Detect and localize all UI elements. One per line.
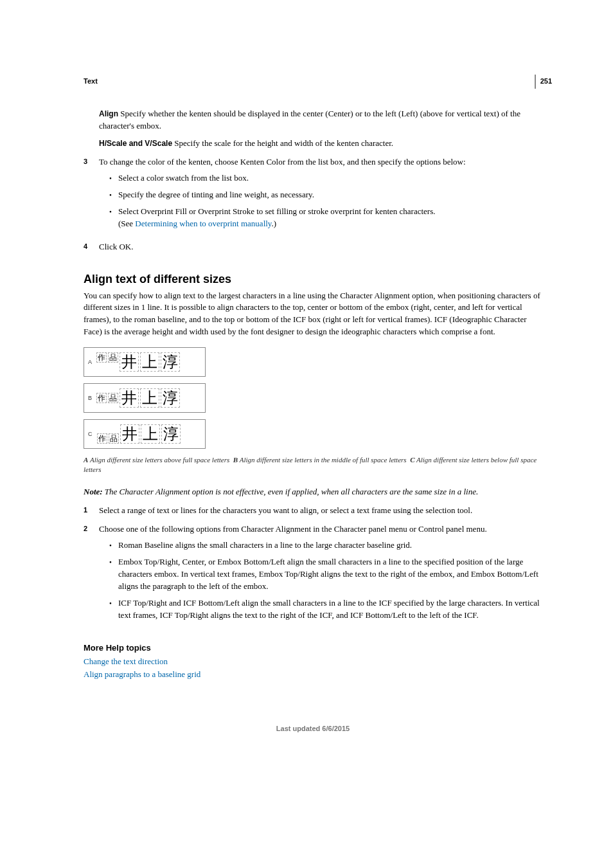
heading-align-text: Align text of different sizes	[84, 273, 542, 286]
step-3-bullet-1: • Select a color swatch from the list bo…	[109, 172, 542, 185]
term-align-desc: Specify whether the kenten should be dis…	[99, 109, 520, 131]
page-footer: Last updated 6/6/2015	[84, 725, 542, 732]
glyph-small: 作	[96, 393, 107, 403]
definition-align: Align Specify whether the kenten should …	[99, 108, 542, 132]
step-2-bullet-2: • Embox Top/Right, Center, or Embox Bott…	[109, 556, 542, 593]
see-also: (See Determining when to overprint manua…	[118, 218, 542, 230]
glyph-large: 上	[141, 424, 160, 444]
step-number: 3	[84, 156, 99, 235]
bullet-text: Roman Baseline aligns the small characte…	[118, 539, 542, 552]
definition-scale: H/Scale and V/Scale Specify the scale fo…	[99, 138, 542, 150]
step-3-text: To change the color of the kenten, choos…	[99, 156, 542, 168]
link-change-text-direction[interactable]: Change the text direction	[84, 656, 542, 667]
note-label: Note:	[84, 487, 103, 496]
term-scale-desc: Specify the scale for the height and wid…	[174, 138, 393, 148]
step-3-bullet-3: • Select Overprint Fill or Overprint Str…	[109, 206, 542, 230]
step-1-text: Select a range of text or lines for the …	[99, 505, 542, 517]
glyph-small: 品	[109, 433, 119, 444]
figure-alignment: A 作 品 井 上 淳 B 作 品 井 上 淳 C 作 品	[84, 347, 542, 449]
glyph-small: 作	[96, 352, 107, 363]
figure-row-a: A 作 品 井 上 淳	[84, 347, 206, 377]
bullet-icon: •	[109, 539, 118, 552]
bullet-text: Specify the degree of tinting and line w…	[118, 189, 542, 201]
step-number: 4	[84, 241, 99, 253]
bullet-icon: •	[109, 206, 118, 230]
chapter-heading: Text	[84, 77, 542, 85]
bullet-icon: •	[109, 189, 118, 201]
bullet-icon: •	[109, 597, 118, 622]
glyph-large: 上	[140, 388, 159, 408]
step-3: 3 To change the color of the kenten, cho…	[99, 156, 542, 235]
figure-row-b: B 作 品 井 上 淳	[84, 383, 206, 413]
bullet-text: Embox Top/Right, Center, or Embox Bottom…	[118, 556, 542, 593]
see-suffix: .)	[272, 219, 277, 228]
step-4-text: Click OK.	[99, 241, 542, 253]
page-number: 251	[540, 77, 552, 85]
step-1: 1 Select a range of text or lines for th…	[99, 505, 542, 517]
caption-label-b: B	[233, 456, 238, 464]
bullet-text: ICF Top/Right and ICF Bottom/Left align …	[118, 597, 542, 622]
bullet-text: Select a color swatch from the list box.	[118, 172, 542, 185]
step-2-text: Choose one of the following options from…	[99, 523, 542, 536]
note-block: Note: The Character Alignment option is …	[84, 487, 542, 497]
more-help-heading: More Help topics	[84, 643, 542, 653]
step-3-bullet-2: • Specify the degree of tinting and line…	[109, 189, 542, 201]
glyph-small: 作	[97, 433, 107, 444]
note-text: The Character Alignment option is not ef…	[105, 487, 478, 496]
glyph-small: 品	[108, 393, 118, 403]
step-2-bullet-3: • ICF Top/Right and ICF Bottom/Left alig…	[109, 597, 542, 622]
see-prefix: (See	[118, 219, 135, 228]
glyph-large: 上	[140, 352, 159, 372]
caption-text-a: Align different size letters above full …	[90, 456, 229, 464]
glyph-large: 井	[120, 424, 139, 444]
figure-label-b: B	[88, 395, 92, 401]
bullet-icon: •	[109, 556, 118, 593]
bullet-text: Select Overprint Fill or Overprint Strok…	[118, 206, 542, 218]
step-number: 1	[84, 505, 99, 517]
figure-row-c: C 作 品 井 上 淳	[84, 419, 206, 449]
glyph-large: 淳	[161, 388, 180, 408]
caption-text-b: Align different size letters in the midd…	[240, 456, 407, 464]
term-scale: H/Scale and V/Scale	[99, 139, 172, 148]
term-align: Align	[99, 109, 118, 118]
page-number-divider	[535, 75, 536, 89]
glyph-small: 品	[108, 352, 118, 363]
glyph-large: 淳	[161, 352, 180, 372]
link-align-paragraphs-baseline[interactable]: Align paragraphs to a baseline grid	[84, 669, 542, 680]
figure-label-a: A	[88, 359, 92, 365]
intro-paragraph: You can specify how to align text to the…	[84, 290, 542, 338]
glyph-large: 淳	[161, 424, 181, 444]
step-2-bullet-1: • Roman Baseline aligns the small charac…	[109, 539, 542, 552]
step-2: 2 Choose one of the following options fr…	[99, 523, 542, 626]
bullet-icon: •	[109, 172, 118, 185]
step-number: 2	[84, 523, 99, 626]
step-4: 4 Click OK.	[99, 241, 542, 253]
caption-label-c: C	[410, 456, 414, 464]
figure-label-c: C	[88, 431, 93, 437]
link-overprint[interactable]: Determining when to overprint manually	[135, 219, 271, 228]
glyph-large: 井	[120, 388, 139, 408]
figure-caption: A Align different size letters above ful…	[84, 455, 542, 475]
caption-label-a: A	[84, 456, 88, 464]
glyph-large: 井	[120, 352, 139, 372]
